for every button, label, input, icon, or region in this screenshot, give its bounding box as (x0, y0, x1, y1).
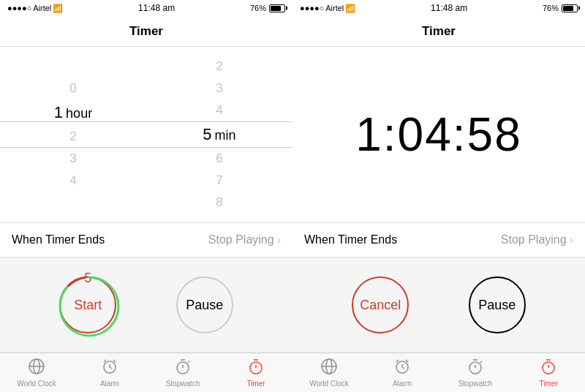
svg-line-22 (402, 367, 404, 369)
tab-timer-label-right: Timer (539, 380, 557, 388)
hour-label: hour (66, 106, 92, 121)
pause-button-right[interactable]: Pause (469, 276, 526, 333)
left-phone: ●●●●○ Airtel 📶 11:48 am 76% Timer 0 1 ho (0, 0, 292, 392)
svg-line-7 (110, 367, 112, 369)
svg-line-13 (188, 361, 189, 363)
pause-label-right: Pause (478, 298, 516, 313)
buttons-area-right: Cancel Pause (292, 257, 585, 353)
carrier-left: Airtel (33, 4, 51, 12)
svg-line-28 (480, 361, 482, 363)
cancel-button[interactable]: Cancel (352, 276, 409, 333)
svg-line-9 (113, 360, 116, 362)
battery-icon-left (269, 4, 285, 12)
progress-ring (58, 276, 120, 337)
tab-bar-right: World Clock Alarm Stopwatch Timer (292, 353, 585, 392)
when-timer-value-left: Stop Playing (208, 233, 274, 246)
picker-area[interactable]: 0 1 hour 2 3 4 2 3 4 5 (0, 47, 292, 222)
hour-below-3: 4 (69, 170, 76, 192)
pause-label-left: Pause (186, 298, 223, 313)
world-clock-icon-left (28, 358, 45, 378)
when-timer-label-left: When Timer Ends (12, 233, 208, 246)
battery-pct-right: 76% (543, 4, 559, 12)
title-bar-left: Timer (0, 16, 292, 47)
hours-section[interactable]: 0 1 hour 2 3 4 (0, 47, 146, 222)
hour-above-1: 0 (69, 78, 76, 99)
wifi-icon: 📶 (53, 4, 63, 13)
status-bar-left: ●●●●○ Airtel 📶 11:48 am 76% (0, 0, 292, 16)
title-bar-right: Timer (292, 16, 585, 47)
min-above-2: 3 (216, 78, 222, 99)
svg-line-24 (406, 360, 408, 362)
tab-world-clock-label-right: World Clock (309, 380, 349, 388)
stopwatch-icon-left (174, 358, 192, 378)
tab-alarm-right[interactable]: Alarm (366, 353, 439, 392)
when-timer-ends-left[interactable]: When Timer Ends Stop Playing › (0, 222, 292, 257)
page-title-left: Timer (129, 24, 163, 39)
tab-timer-label-left: Timer (246, 380, 265, 388)
tab-stopwatch-label-left: Stopwatch (166, 380, 200, 388)
signal-dots: ●●●●○ (7, 4, 31, 12)
min-below-2: 7 (216, 170, 222, 192)
status-bar-right: ●●●●○ Airtel 📶 11:48 am 76% (292, 0, 585, 16)
timer-icon-right (540, 358, 557, 378)
start-button[interactable]: 5 Start (59, 276, 116, 333)
carrier-right: Airtel (325, 4, 344, 12)
alarm-icon-left (101, 358, 118, 378)
signal-dots-right: ●●●●○ (300, 4, 324, 12)
tab-alarm-label-left: Alarm (100, 380, 119, 388)
min-label: min (215, 128, 236, 143)
min-above-3: 2 (216, 56, 222, 78)
tab-stopwatch-right[interactable]: Stopwatch (439, 353, 512, 392)
when-timer-ends-right[interactable]: When Timer Ends Stop Playing › (292, 222, 585, 257)
tab-world-clock-label-left: World Clock (17, 380, 56, 388)
hour-below-1: 2 (69, 126, 76, 148)
chevron-icon-left: › (277, 233, 281, 246)
when-timer-label-right: When Timer Ends (304, 233, 501, 246)
tab-stopwatch-label-right: Stopwatch (458, 380, 493, 388)
minutes-section[interactable]: 2 3 4 5 min 6 7 8 (146, 47, 292, 222)
svg-line-23 (396, 360, 399, 362)
chevron-icon-right: › (570, 233, 573, 246)
time-left: 11:48 am (138, 3, 175, 13)
tab-timer-left[interactable]: Timer (219, 353, 292, 392)
timer-display: 1:04:58 (292, 47, 585, 222)
min-below-3: 8 (216, 192, 222, 214)
world-clock-icon-right (320, 358, 338, 378)
tab-alarm-label-right: Alarm (393, 380, 412, 388)
when-timer-value-right: Stop Playing (501, 233, 567, 246)
cancel-label: Cancel (360, 298, 401, 313)
time-display: 1:04:58 (355, 108, 522, 162)
buttons-area-left: 5 Start Pause (0, 257, 292, 353)
alarm-icon-right (393, 358, 411, 378)
min-above-1: 4 (216, 99, 222, 121)
svg-line-8 (104, 360, 106, 362)
wifi-icon-right: 📶 (345, 4, 355, 13)
battery-pct-left: 76% (250, 4, 266, 12)
tab-timer-right[interactable]: Timer (512, 353, 585, 392)
hour-selected: 1 (54, 99, 63, 126)
tab-alarm-left[interactable]: Alarm (73, 353, 146, 392)
hour-below-2: 3 (69, 148, 76, 170)
timer-icon-left (247, 358, 265, 378)
min-below-1: 6 (216, 148, 222, 170)
page-title-right: Timer (422, 24, 456, 39)
stopwatch-icon-right (467, 358, 484, 378)
time-right: 11:48 am (431, 3, 467, 13)
tab-world-clock-left[interactable]: World Clock (0, 353, 73, 392)
pause-button-left[interactable]: Pause (176, 276, 233, 333)
tab-world-clock-right[interactable]: World Clock (292, 353, 366, 392)
tab-bar-left: World Clock Alarm Stopwatch Timer (0, 353, 292, 392)
tab-stopwatch-left[interactable]: Stopwatch (146, 353, 219, 392)
min-selected: 5 (203, 121, 211, 148)
right-phone: ●●●●○ Airtel 📶 11:48 am 76% Timer 1:04:5… (292, 0, 585, 392)
battery-icon-right (562, 4, 578, 12)
